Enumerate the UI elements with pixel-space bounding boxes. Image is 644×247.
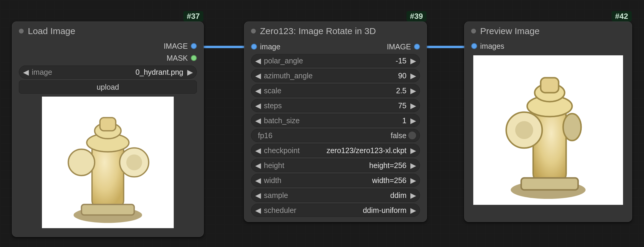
chevron-right-icon[interactable]: ▶ (409, 191, 417, 200)
node-header[interactable]: Preview Image (465, 22, 632, 40)
chevron-right-icon[interactable]: ▶ (409, 146, 417, 155)
widget-value: 2.5 (283, 86, 409, 95)
node-title: Preview Image (480, 26, 539, 36)
widget-label: width (262, 176, 283, 185)
hydrant-image-icon (42, 97, 174, 228)
output-image-preview (473, 55, 623, 205)
port-label: images (480, 42, 504, 51)
widget-value: 1 (302, 116, 409, 125)
widget-label: azimuth_angle (262, 71, 315, 80)
widget-value: width=256 (283, 176, 409, 185)
widget-polar-angle[interactable]: ◀ polar_angle -15 ▶ (251, 54, 420, 67)
collapse-toggle-icon[interactable] (471, 29, 476, 33)
node-header[interactable]: Load Image (12, 22, 203, 40)
port-dot-icon[interactable] (191, 55, 197, 61)
hydrant-rotated-image-icon (473, 55, 623, 205)
input-port-images[interactable]: images (465, 40, 632, 52)
node-header[interactable]: Zero123: Image Rotate in 3D (244, 22, 427, 40)
output-port-image[interactable] (414, 44, 420, 50)
widget-label: fp16 (254, 131, 274, 140)
chevron-right-icon[interactable]: ▶ (409, 206, 417, 215)
chevron-right-icon[interactable]: ▶ (409, 101, 417, 110)
widget-steps[interactable]: ◀ steps 75 ▶ (251, 99, 420, 112)
widget-scale[interactable]: ◀ scale 2.5 ▶ (251, 84, 420, 97)
chevron-left-icon[interactable]: ◀ (22, 68, 30, 77)
widget-width[interactable]: ◀ width width=256 ▶ (251, 174, 420, 187)
widget-checkpoint[interactable]: ◀ checkpoint zero123/zero123-xl.ckpt ▶ (251, 144, 420, 157)
node-title: Zero123: Image Rotate in 3D (260, 26, 376, 36)
svg-point-9 (68, 149, 95, 176)
widget-label: height (262, 161, 286, 170)
button-label: upload (96, 83, 119, 92)
node-zero123[interactable]: #39 Zero123: Image Rotate in 3D image IM… (244, 22, 427, 222)
node-id-badge: #42 (612, 11, 632, 22)
widget-fp16[interactable]: fp16 false (251, 129, 420, 142)
svg-point-19 (515, 121, 533, 139)
widget-value: height=256 (286, 161, 409, 170)
chevron-right-icon[interactable]: ▶ (409, 86, 417, 95)
chevron-left-icon[interactable]: ◀ (254, 71, 262, 80)
file-selector[interactable]: ◀ image 0_hydrant.png ▶ (19, 65, 197, 79)
chevron-left-icon[interactable]: ◀ (254, 146, 262, 155)
widget-value: 0_hydrant.png (54, 68, 186, 77)
chevron-left-icon[interactable]: ◀ (254, 176, 262, 185)
widget-label: scheduler (262, 206, 298, 215)
port-label: IMAGE (164, 42, 188, 51)
node-load-image[interactable]: #37 Load Image IMAGE MASK ◀ image 0_hydr… (12, 22, 204, 237)
widget-azimuth-angle[interactable]: ◀ azimuth_angle 90 ▶ (251, 69, 420, 82)
widget-label: steps (262, 101, 284, 110)
widget-height[interactable]: ◀ height height=256 ▶ (251, 159, 420, 172)
svg-point-20 (563, 114, 581, 141)
node-title: Load Image (28, 26, 75, 36)
collapse-toggle-icon[interactable] (251, 29, 256, 33)
widget-value: -15 (305, 57, 409, 65)
port-dot-icon[interactable] (471, 43, 477, 49)
port-label: MASK (167, 54, 188, 62)
widget-batch-size[interactable]: ◀ batch_size 1 ▶ (251, 114, 420, 127)
port-label: image (260, 42, 280, 51)
chevron-left-icon[interactable]: ◀ (254, 191, 262, 200)
toggle-icon[interactable] (408, 132, 416, 139)
widget-label: image (30, 68, 54, 77)
chevron-right-icon[interactable]: ▶ (409, 71, 417, 80)
svg-point-11 (126, 155, 142, 170)
svg-rect-17 (541, 78, 559, 93)
widget-sample[interactable]: ◀ sample ddim ▶ (251, 189, 420, 202)
svg-rect-12 (81, 205, 134, 215)
widget-label: batch_size (262, 116, 302, 125)
widget-value: 90 (315, 71, 409, 80)
chevron-right-icon[interactable]: ▶ (409, 176, 417, 185)
widget-value: false (274, 131, 408, 140)
widget-value: ddim (290, 191, 409, 200)
widget-value: ddim-uniform (298, 206, 409, 215)
widget-scheduler[interactable]: ◀ scheduler ddim-uniform ▶ (251, 204, 420, 217)
chevron-left-icon[interactable]: ◀ (254, 116, 262, 125)
svg-rect-21 (521, 178, 578, 190)
node-id-badge: #39 (406, 11, 427, 22)
widget-value: 75 (284, 101, 409, 110)
chevron-right-icon[interactable]: ▶ (186, 68, 194, 77)
widget-value: zero123/zero123-xl.ckpt (302, 146, 409, 155)
chevron-right-icon[interactable]: ▶ (409, 57, 417, 65)
input-image-preview (42, 97, 174, 228)
chevron-left-icon[interactable]: ◀ (254, 86, 262, 95)
chevron-left-icon[interactable]: ◀ (254, 57, 262, 65)
chevron-right-icon[interactable]: ▶ (409, 161, 417, 170)
output-port-image[interactable]: IMAGE (12, 40, 203, 52)
node-id-badge: #37 (183, 11, 203, 22)
node-preview-image[interactable]: #42 Preview Image images (464, 22, 632, 222)
chevron-left-icon[interactable]: ◀ (254, 101, 262, 110)
port-label: IMAGE (387, 42, 411, 51)
widget-label: checkpoint (262, 146, 302, 155)
collapse-toggle-icon[interactable] (19, 29, 24, 33)
widget-label: scale (262, 86, 283, 95)
port-dot-icon[interactable] (191, 43, 197, 49)
io-row: image IMAGE (244, 40, 427, 53)
output-port-mask[interactable]: MASK (12, 52, 203, 64)
chevron-right-icon[interactable]: ▶ (409, 116, 417, 125)
chevron-left-icon[interactable]: ◀ (254, 161, 262, 170)
chevron-left-icon[interactable]: ◀ (254, 206, 262, 215)
upload-button[interactable]: upload (19, 80, 197, 94)
input-port-image[interactable] (251, 44, 257, 50)
svg-rect-8 (100, 118, 116, 131)
